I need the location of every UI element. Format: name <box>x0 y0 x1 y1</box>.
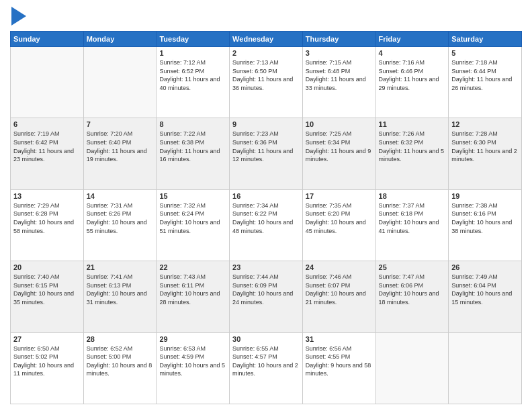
calendar-table: SundayMondayTuesdayWednesdayThursdayFrid… <box>10 31 522 404</box>
calendar-cell: 23Sunrise: 7:44 AMSunset: 6:09 PMDayligh… <box>230 261 303 332</box>
day-info: Sunrise: 7:26 AMSunset: 6:32 PMDaylight:… <box>379 130 446 163</box>
calendar-cell: 28Sunrise: 6:52 AMSunset: 5:00 PMDayligh… <box>83 332 157 404</box>
day-number: 20 <box>13 263 81 271</box>
day-number: 3 <box>306 49 373 57</box>
calendar-cell: 24Sunrise: 7:46 AMSunset: 6:07 PMDayligh… <box>302 261 375 332</box>
day-number: 9 <box>232 120 300 128</box>
day-info: Sunrise: 7:23 AMSunset: 6:36 PMDaylight:… <box>232 130 300 163</box>
calendar-cell: 14Sunrise: 7:31 AMSunset: 6:26 PMDayligh… <box>83 189 157 261</box>
day-info: Sunrise: 7:34 AMSunset: 6:22 PMDaylight:… <box>232 201 300 235</box>
day-number: 7 <box>87 120 154 128</box>
day-info: Sunrise: 7:12 AMSunset: 6:52 PMDaylight:… <box>159 58 226 92</box>
calendar-cell: 29Sunrise: 6:53 AMSunset: 4:59 PMDayligh… <box>157 332 230 404</box>
day-number: 19 <box>451 192 519 200</box>
calendar-cell: 10Sunrise: 7:25 AMSunset: 6:34 PMDayligh… <box>302 118 375 189</box>
calendar-header-friday: Friday <box>375 32 449 47</box>
calendar-cell: 11Sunrise: 7:26 AMSunset: 6:32 PMDayligh… <box>375 118 449 189</box>
calendar-cell: 31Sunrise: 6:56 AMSunset: 4:55 PMDayligh… <box>302 332 375 404</box>
day-number: 18 <box>379 192 446 200</box>
calendar-header-thursday: Thursday <box>302 32 375 47</box>
calendar-cell: 5Sunrise: 7:18 AMSunset: 6:44 PMDaylight… <box>449 47 522 118</box>
day-number: 31 <box>306 335 373 343</box>
calendar-header-tuesday: Tuesday <box>157 32 230 47</box>
calendar-header-row: SundayMondayTuesdayWednesdayThursdayFrid… <box>11 32 522 47</box>
day-info: Sunrise: 6:53 AMSunset: 4:59 PMDaylight:… <box>159 345 226 378</box>
logo-icon <box>11 7 26 26</box>
calendar-week-1: 1Sunrise: 7:12 AMSunset: 6:52 PMDaylight… <box>11 47 522 118</box>
day-number: 5 <box>451 49 519 57</box>
day-number: 30 <box>232 335 300 343</box>
calendar-cell: 30Sunrise: 6:55 AMSunset: 4:57 PMDayligh… <box>230 332 303 404</box>
day-number: 4 <box>379 49 446 57</box>
header <box>10 7 522 26</box>
day-number: 14 <box>87 192 154 200</box>
calendar-cell: 21Sunrise: 7:41 AMSunset: 6:13 PMDayligh… <box>83 261 157 332</box>
day-info: Sunrise: 7:22 AMSunset: 6:38 PMDaylight:… <box>159 130 226 163</box>
day-info: Sunrise: 7:29 AMSunset: 6:28 PMDaylight:… <box>13 201 81 235</box>
calendar-cell <box>375 332 449 404</box>
day-info: Sunrise: 7:37 AMSunset: 6:18 PMDaylight:… <box>379 201 446 235</box>
calendar-week-5: 27Sunrise: 6:50 AMSunset: 5:02 PMDayligh… <box>11 332 522 404</box>
calendar-cell: 8Sunrise: 7:22 AMSunset: 6:38 PMDaylight… <box>157 118 230 189</box>
day-number: 16 <box>232 192 300 200</box>
day-info: Sunrise: 7:25 AMSunset: 6:34 PMDaylight:… <box>306 130 373 163</box>
day-number: 17 <box>306 192 373 200</box>
calendar-cell <box>83 47 157 118</box>
calendar-cell <box>11 47 84 118</box>
day-number: 8 <box>159 120 226 128</box>
day-number: 21 <box>87 263 154 271</box>
day-info: Sunrise: 7:18 AMSunset: 6:44 PMDaylight:… <box>451 58 519 92</box>
day-info: Sunrise: 6:50 AMSunset: 5:02 PMDaylight:… <box>13 345 81 378</box>
day-info: Sunrise: 7:16 AMSunset: 6:46 PMDaylight:… <box>379 58 446 92</box>
calendar-cell: 16Sunrise: 7:34 AMSunset: 6:22 PMDayligh… <box>230 189 303 261</box>
calendar-cell <box>449 332 522 404</box>
svg-marker-0 <box>11 7 26 26</box>
day-info: Sunrise: 7:46 AMSunset: 6:07 PMDaylight:… <box>306 273 373 306</box>
calendar-week-3: 13Sunrise: 7:29 AMSunset: 6:28 PMDayligh… <box>11 189 522 261</box>
day-info: Sunrise: 7:38 AMSunset: 6:16 PMDaylight:… <box>451 201 519 235</box>
calendar-cell: 9Sunrise: 7:23 AMSunset: 6:36 PMDaylight… <box>230 118 303 189</box>
day-info: Sunrise: 7:49 AMSunset: 6:04 PMDaylight:… <box>451 273 519 306</box>
day-number: 2 <box>232 49 300 57</box>
calendar-cell: 2Sunrise: 7:13 AMSunset: 6:50 PMDaylight… <box>230 47 303 118</box>
day-number: 26 <box>451 263 519 271</box>
day-info: Sunrise: 7:43 AMSunset: 6:11 PMDaylight:… <box>159 273 226 306</box>
day-number: 1 <box>159 49 226 57</box>
calendar-cell: 15Sunrise: 7:32 AMSunset: 6:24 PMDayligh… <box>157 189 230 261</box>
day-number: 15 <box>159 192 226 200</box>
calendar-cell: 18Sunrise: 7:37 AMSunset: 6:18 PMDayligh… <box>375 189 449 261</box>
day-info: Sunrise: 7:44 AMSunset: 6:09 PMDaylight:… <box>232 273 300 306</box>
day-number: 29 <box>159 335 226 343</box>
calendar-week-4: 20Sunrise: 7:40 AMSunset: 6:15 PMDayligh… <box>11 261 522 332</box>
day-number: 27 <box>13 335 81 343</box>
day-number: 10 <box>306 120 373 128</box>
calendar-cell: 3Sunrise: 7:15 AMSunset: 6:48 PMDaylight… <box>302 47 375 118</box>
calendar-cell: 20Sunrise: 7:40 AMSunset: 6:15 PMDayligh… <box>11 261 84 332</box>
calendar-cell: 26Sunrise: 7:49 AMSunset: 6:04 PMDayligh… <box>449 261 522 332</box>
calendar-cell: 12Sunrise: 7:28 AMSunset: 6:30 PMDayligh… <box>449 118 522 189</box>
calendar-week-2: 6Sunrise: 7:19 AMSunset: 6:42 PMDaylight… <box>11 118 522 189</box>
day-info: Sunrise: 7:47 AMSunset: 6:06 PMDaylight:… <box>379 273 446 306</box>
day-number: 13 <box>13 192 81 200</box>
day-number: 25 <box>379 263 446 271</box>
day-info: Sunrise: 7:32 AMSunset: 6:24 PMDaylight:… <box>159 201 226 235</box>
calendar-cell: 17Sunrise: 7:35 AMSunset: 6:20 PMDayligh… <box>302 189 375 261</box>
day-info: Sunrise: 7:28 AMSunset: 6:30 PMDaylight:… <box>451 130 519 163</box>
calendar-cell: 13Sunrise: 7:29 AMSunset: 6:28 PMDayligh… <box>11 189 84 261</box>
day-info: Sunrise: 7:15 AMSunset: 6:48 PMDaylight:… <box>306 58 373 92</box>
day-number: 24 <box>306 263 373 271</box>
day-info: Sunrise: 6:52 AMSunset: 5:00 PMDaylight:… <box>87 345 154 378</box>
calendar-header-sunday: Sunday <box>11 32 84 47</box>
calendar-cell: 25Sunrise: 7:47 AMSunset: 6:06 PMDayligh… <box>375 261 449 332</box>
day-info: Sunrise: 7:40 AMSunset: 6:15 PMDaylight:… <box>13 273 81 306</box>
calendar-cell: 4Sunrise: 7:16 AMSunset: 6:46 PMDaylight… <box>375 47 449 118</box>
day-info: Sunrise: 7:19 AMSunset: 6:42 PMDaylight:… <box>13 130 81 163</box>
day-number: 22 <box>159 263 226 271</box>
day-number: 23 <box>232 263 300 271</box>
day-info: Sunrise: 7:41 AMSunset: 6:13 PMDaylight:… <box>87 273 154 306</box>
day-number: 28 <box>87 335 154 343</box>
calendar-cell: 1Sunrise: 7:12 AMSunset: 6:52 PMDaylight… <box>157 47 230 118</box>
calendar-cell: 27Sunrise: 6:50 AMSunset: 5:02 PMDayligh… <box>11 332 84 404</box>
day-number: 12 <box>451 120 519 128</box>
calendar-header-monday: Monday <box>83 32 157 47</box>
